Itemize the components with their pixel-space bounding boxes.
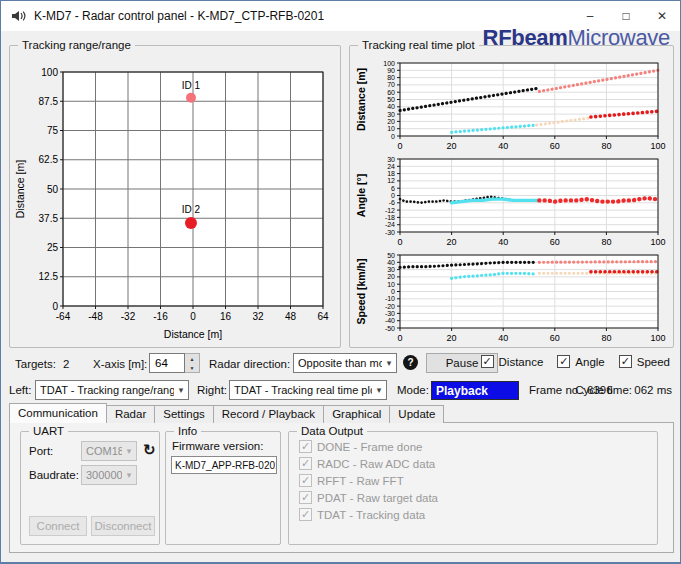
angle-checkbox[interactable]: ✓ [557,355,570,368]
xaxis-label: X-axis [m]: [93,358,147,370]
tab-settings[interactable]: Settings [154,405,214,423]
realtime-plot-title: Tracking real time plot [358,38,479,52]
pdat-checkbox[interactable]: ✓ [299,491,312,504]
svg-text:0: 0 [397,141,402,151]
check-icon: ✓ [301,475,310,486]
plot-toggle-row: ✓ Distance ✓ Angle ✓ Speed [481,355,670,368]
svg-text:Distance [m]: Distance [m] [164,328,222,340]
svg-text:100: 100 [650,333,665,343]
tab-graphical[interactable]: Graphical [323,405,390,423]
right-select-label: Right: [197,384,227,396]
svg-text:0: 0 [52,301,58,312]
baudrate-select[interactable]: 3000000 ▾ [81,465,137,485]
svg-text:100: 100 [650,141,665,151]
distance-checkbox-label: Distance [499,356,544,368]
chevron-down-icon: ▾ [382,358,396,368]
realtime-speed-chart: 020406080100-50-40-30-20-1001020304050Sp… [354,250,670,345]
xaxis-spinner[interactable]: 64 ▲ ▼ [149,353,200,373]
realtime-angle-chart: 020406080100-30-24-18-12-60612182430Angl… [354,154,670,249]
speed-checkbox[interactable]: ✓ [619,355,632,368]
distance-checkbox-row[interactable]: ✓ Distance [481,355,544,368]
spinner-down-icon[interactable]: ▼ [185,363,199,372]
data-output-title: Data Output [297,424,367,438]
left-view-select[interactable]: TDAT - Tracking range/range ▾ [35,380,189,400]
svg-text:Distance [m]: Distance [m] [14,160,26,218]
svg-text:0: 0 [391,192,395,199]
check-icon: ✓ [301,441,310,452]
svg-text:40: 40 [498,237,508,247]
help-icon[interactable]: ? [403,355,418,370]
firmware-version-label: Firmware version: [172,440,263,452]
svg-text:20: 20 [447,237,457,247]
window-title: K-MD7 - Radar control panel - K-MD7_CTP-… [34,9,324,23]
info-title: Info [174,424,201,438]
firmware-version-field[interactable]: K-MD7_APP-RFB-0201 [171,456,277,474]
angle-checkbox-row[interactable]: ✓ Angle [557,355,604,368]
baudrate-label: Baudrate: [29,469,79,481]
svg-text:0: 0 [190,311,196,322]
svg-text:-32: -32 [121,311,136,322]
done-checkbox-row[interactable]: ✓ DONE - Frame done [299,440,438,453]
data-output-groupbox: Data Output ✓ DONE - Frame done ✓ RADC -… [288,431,658,545]
svg-text:-16: -16 [153,311,168,322]
communication-tab-panel: UART Port: COM18 ▾ ↻ Baudrate: 3000000 ▾… [9,422,674,553]
mode-value-field: Playback [431,381,519,400]
speed-checkbox-row[interactable]: ✓ Speed [619,355,670,368]
svg-text:-24: -24 [385,221,395,228]
tab-record-playback[interactable]: Record / Playback [213,405,324,423]
svg-text:18: 18 [387,170,395,177]
done-checkbox-label: DONE - Frame done [317,441,422,453]
radar-direction-select[interactable]: Opposite than monito ▾ [293,353,397,373]
radc-checkbox[interactable]: ✓ [299,457,312,470]
svg-text:6: 6 [391,185,395,192]
radar-app-icon [10,8,26,24]
svg-text:20: 20 [447,333,457,343]
tdat-checkbox[interactable]: ✓ [299,508,312,521]
svg-text:64: 64 [317,311,329,322]
svg-text:80: 80 [601,333,611,343]
tab-update[interactable]: Update [389,405,444,423]
tracking-range-chart: -64-48-32-16016324864012.52537.55062.575… [13,56,337,342]
realtime-plot-groupbox: Tracking real time plot 0204060801000102… [349,45,674,348]
svg-text:-10: -10 [385,295,395,302]
xaxis-value[interactable]: 64 [149,353,185,373]
svg-text:87.5: 87.5 [39,96,59,107]
spinner-up-icon[interactable]: ▲ [185,354,199,363]
distance-checkbox[interactable]: ✓ [481,355,494,368]
right-view-select[interactable]: TDAT - Tracking real time plot ▾ [229,380,387,400]
rfft-checkbox-row[interactable]: ✓ RFFT - Raw FFT [299,474,438,487]
tracking-range-groupbox: Tracking range/range -64-48-32-160163248… [9,45,341,348]
tab-communication[interactable]: Communication [9,403,107,423]
svg-text:100: 100 [650,237,665,247]
check-icon: ✓ [301,509,310,520]
tab-radar[interactable]: Radar [106,405,155,423]
check-icon: ✓ [301,492,310,503]
svg-text:0: 0 [397,237,402,247]
svg-text:60: 60 [550,237,560,247]
svg-text:20: 20 [387,118,395,125]
targets-value: 2 [63,358,69,370]
cycle-time-value: 062 ms [634,384,672,396]
svg-text:62.5: 62.5 [39,154,59,165]
tdat-checkbox-row[interactable]: ✓ TDAT - Tracking data [299,508,438,521]
pdat-checkbox-row[interactable]: ✓ PDAT - Raw target data [299,491,438,504]
done-checkbox[interactable]: ✓ [299,440,312,453]
svg-text:50: 50 [387,252,395,259]
pdat-checkbox-label: PDAT - Raw target data [317,492,438,504]
angle-checkbox-label: Angle [575,356,604,368]
disconnect-button[interactable]: Disconnect [91,516,155,536]
svg-text:ID 2: ID 2 [182,204,201,215]
svg-text:80: 80 [601,237,611,247]
rfft-checkbox[interactable]: ✓ [299,474,312,487]
port-select[interactable]: COM18 ▾ [81,441,137,461]
svg-text:100: 100 [41,67,58,78]
svg-text:80: 80 [387,74,395,81]
refresh-ports-icon[interactable]: ↻ [143,442,156,457]
svg-text:32: 32 [252,311,264,322]
svg-text:Distance [m]: Distance [m] [355,68,367,131]
svg-text:-30: -30 [385,310,395,317]
connect-button[interactable]: Connect [29,516,87,536]
svg-text:-6: -6 [389,199,395,206]
radc-checkbox-row[interactable]: ✓ RADC - Raw ADC data [299,457,438,470]
realtime-distance-chart: 0204060801000102030405060708090100Distan… [354,58,670,153]
